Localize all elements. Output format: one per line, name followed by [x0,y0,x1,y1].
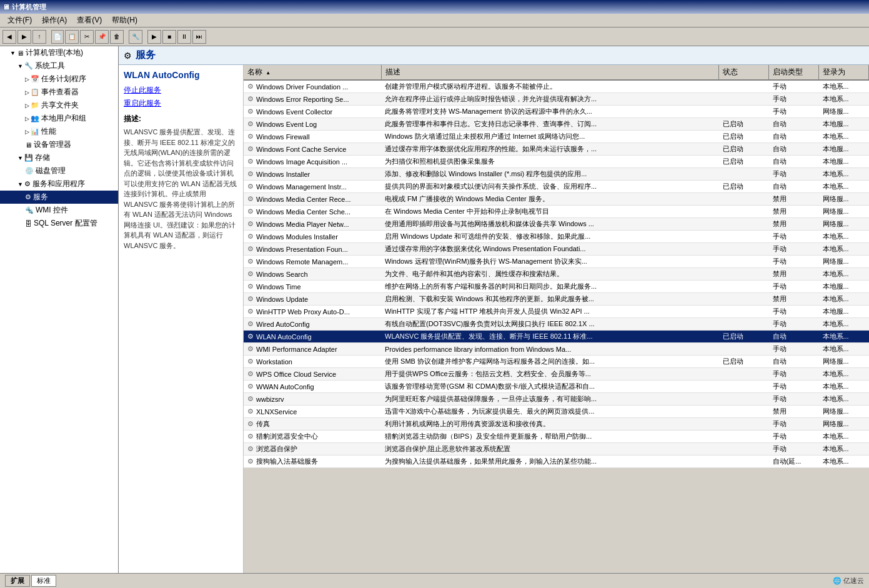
service-name: WMI Performance Adapter [256,346,337,353]
expand-icon[interactable]: ▷ [25,102,29,109]
service-startup: 手动 [769,368,819,381]
sidebar-item-system-tools[interactable]: ▼ 🔧 系统工具 [0,59,118,72]
toolbar-properties[interactable]: 🔧 [129,30,142,44]
table-row[interactable]: ⚙WWAN AutoConfig该服务管理移动宽带(GSM 和 CDMA)数据卡… [244,381,869,393]
service-desc: Provides performance library information… [381,343,719,356]
service-login: 本地系... [819,443,869,456]
service-name: Windows Management Instr... [256,183,347,191]
expand-icon[interactable]: ▷ [25,89,29,96]
sidebar-item-disk-management[interactable]: 💿 磁盘管理 [0,164,118,177]
table-row[interactable]: ⚙Windows Media Center Sche...在 Windows M… [244,206,869,218]
table-row[interactable]: ⚙WinHTTP Web Proxy Auto-D...WinHTTP 实现了客… [244,306,869,318]
service-desc: 允许在程序停止运行或停止响应时报告错误，并允许提供现有解决方... [381,93,719,106]
toolbar-btn5[interactable]: 🗑 [110,30,124,44]
service-icon: ⚙ [247,220,254,228]
table-row[interactable]: ⚙Windows Time维护在网络上的所有客户端和服务器的时间和日期同步。如果… [244,281,869,293]
service-icon: ⚙ [247,257,254,266]
table-row[interactable]: ⚙WMI Performance AdapterProvides perform… [244,343,869,356]
sidebar-item-storage[interactable]: ▼ 💾 存储 [0,151,118,164]
table-row[interactable]: ⚙WLAN AutoConfigWLANSVC 服务提供配置、发现、连接、断开与… [244,331,869,343]
toolbar-btn1[interactable]: 📄 [51,30,64,44]
service-login: 本地系... [819,268,869,281]
col-header-desc[interactable]: 描述 [381,65,719,80]
toolbar-btn2[interactable]: 📋 [65,30,79,44]
expand-icon[interactable]: ▼ [17,181,23,187]
toolbar-pause[interactable]: ⏸ [177,30,191,44]
service-desc: 为扫描仪和照相机提供图像采集服务 [381,156,719,168]
menu-file[interactable]: 文件(F) [2,14,37,27]
toolbar-stop[interactable]: ■ [162,30,176,44]
expand-icon[interactable]: ▼ [17,155,23,161]
toolbar-play[interactable]: ▶ [147,30,161,44]
service-icon: ⚙ [247,132,254,141]
table-row[interactable]: ⚙Windows Media Center Rece...电视或 FM 广播接收… [244,193,869,206]
table-row[interactable]: ⚙Windows Error Reporting Se...允许在程序停止运行或… [244,93,869,106]
toolbar-forward[interactable]: ▶ [17,30,31,44]
menu-action[interactable]: 操作(A) [37,14,72,27]
sidebar-item-task-scheduler[interactable]: ▷ 📅 任务计划程序 [0,72,118,86]
col-header-status[interactable]: 状态 [719,65,769,80]
table-row[interactable]: ⚙Windows Event Collector此服务将管理对支持 WS-Man… [244,106,869,118]
toolbar-btn3[interactable]: ✂ [80,30,94,44]
toolbar-back[interactable]: ◀ [2,30,16,44]
table-row[interactable]: ⚙猎豹浏览器安全中心猎豹浏览器主动防御（BIPS）及安全组件更新服务，帮助用户防… [244,431,869,443]
service-login: 本地系... [819,318,869,331]
table-row[interactable]: ⚙Windows Event Log此服务管理事件和事件日志。它支持日志记录事件… [244,118,869,131]
service-startup: 禁用 [769,206,819,218]
sidebar-item-services-apps[interactable]: ▼ ⚙ 服务和应用程序 [0,177,118,191]
table-row[interactable]: ⚙Windows Media Player Netw...使用通用即插即用设备与… [244,218,869,231]
service-status [719,406,769,418]
service-login: 本地系... [819,368,869,381]
stop-service-link[interactable]: 停止此服务 [124,85,238,96]
tab-extended[interactable]: 扩展 [5,575,30,587]
menu-view[interactable]: 查看(V) [72,14,107,27]
menu-help[interactable]: 帮助(H) [107,14,142,27]
sidebar-item-services[interactable]: ⚙ 服务 [0,191,118,204]
table-row[interactable]: ⚙Windows Image Acquisition ...为扫描仪和照相机提供… [244,156,869,168]
col-header-name[interactable]: 名称 ▲ [244,65,381,80]
sidebar-item-performance[interactable]: ▷ 📊 性能 [0,125,118,138]
sidebar-item-shared-folders[interactable]: ▷ 📁 共享文件夹 [0,99,118,112]
table-row[interactable]: ⚙浏览器自保护浏览器自保护,阻止恶意软件篡改系统配置手动本地系... [244,443,869,456]
table-row[interactable]: ⚙搜狗输入法基础服务为搜狗输入法提供基础服务，如果禁用此服务，则输入法的某些功能… [244,456,869,468]
sidebar-item-local-users[interactable]: ▷ 👥 本地用户和组 [0,112,118,125]
expand-icon[interactable]: ▼ [17,63,23,69]
sidebar-item-wmi[interactable]: 🔩 WMI 控件 [0,204,118,217]
table-row[interactable]: ⚙WPS Office Cloud Service用于提供WPS Office云… [244,368,869,381]
toolbar-up[interactable]: ↑ [32,30,46,44]
col-header-startup[interactable]: 启动类型 [769,65,819,80]
table-row[interactable]: ⚙Wired AutoConfig有线自动配置(DOT3SVC)服务负责对以太网… [244,318,869,331]
table-row[interactable]: ⚙Windows Update启用检测、下载和安装 Windows 和其他程序的… [244,293,869,306]
sidebar-item-event-viewer[interactable]: ▷ 📋 事件查看器 [0,86,118,99]
table-row[interactable]: ⚙Workstation使用 SMB 协议创建并维护客户端网络与远程服务器之间的… [244,356,869,368]
table-container[interactable]: 名称 ▲ 描述 状态 启动类型 [244,65,869,573]
col-header-login[interactable]: 登录为 [819,65,869,80]
table-row[interactable]: ⚙Windows Installer添加、修改和删除以 Windows Inst… [244,168,869,181]
service-desc: 此服务管理事件和事件日志。它支持日志记录事件、查询事件、订阅... [381,118,719,131]
table-row[interactable]: ⚙Windows Font Cache Service通过缓存常用字体数据优化应… [244,143,869,156]
table-row[interactable]: ⚙Windows Driver Foundation ...创建并管理用户模式驱… [244,80,869,93]
table-row[interactable]: ⚙Windows Management Instr...提供共同的界面和对象模式… [244,181,869,193]
toolbar-btn4[interactable]: 📌 [95,30,109,44]
expand-icon[interactable]: ▼ [10,50,16,56]
expand-icon[interactable]: ▷ [25,76,29,82]
expand-icon[interactable]: ▷ [25,116,29,122]
table-row[interactable]: ⚙Windows Remote Managem...Windows 远程管理(W… [244,256,869,268]
table-row[interactable]: ⚙Windows Modules Installer启用 Windows Upd… [244,231,869,243]
table-row[interactable]: ⚙wwbizsrv为阿里旺旺客户端提供基础保障服务，一旦停止该服务，有可能影响.… [244,393,869,406]
expand-icon[interactable]: ▷ [25,129,29,135]
table-row[interactable]: ⚙Windows Presentation Foun...通过缓存常用的字体数据… [244,243,869,256]
service-name: WinHTTP Web Proxy Auto-D... [256,308,350,316]
service-startup: 自动 [769,131,819,143]
toolbar-step[interactable]: ⏭ [192,30,206,44]
service-icon: ⚙ [247,95,254,103]
sidebar-item-sql[interactable]: 🗄 SQL Server 配置管 [0,217,118,230]
service-icon: ⚙ [247,182,254,191]
table-row[interactable]: ⚙传真利用计算机或网络上的可用传真资源发送和接收传真。手动网络服... [244,418,869,431]
table-row[interactable]: ⚙Windows FirewallWindows 防火墙通过阻止未授权用户通过 … [244,131,869,143]
sidebar-item-device-manager[interactable]: 🖥 设备管理器 [0,138,118,151]
table-row[interactable]: ⚙XLNXService迅雷牛X游戏中心基础服务，为玩家提供最先、最火的网页游戏… [244,406,869,418]
table-row[interactable]: ⚙Windows Search为文件、电子邮件和其他内容索引、属性缓存和搜索结果… [244,268,869,281]
restart-service-link[interactable]: 重启此服务 [124,98,238,109]
tab-standard[interactable]: 标准 [31,575,56,587]
